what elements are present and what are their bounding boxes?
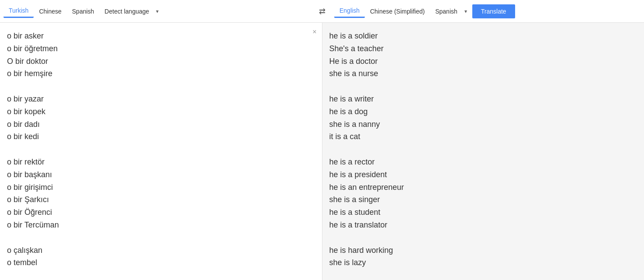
clear-button[interactable]: ×: [312, 28, 316, 36]
translated-text: he is a soldier She's a teacher He is a …: [329, 30, 637, 280]
toolbar-right: English Chinese (Simplified) Spanish ▾ T…: [334, 4, 641, 18]
swap-languages-button[interactable]: ⇄: [313, 3, 331, 20]
right-panel: he is a soldier She's a teacher He is a …: [322, 23, 644, 280]
source-text: o bir asker o bir öğretmen O bir doktor …: [7, 30, 315, 280]
source-lang-spanish[interactable]: Spanish: [67, 5, 100, 18]
detect-language-btn[interactable]: Detect language: [99, 5, 154, 18]
left-panel: × o bir asker o bir öğretmen O bir dokto…: [0, 23, 322, 280]
target-lang-chinese-simplified[interactable]: Chinese (Simplified): [365, 5, 430, 18]
main-content: × o bir asker o bir öğretmen O bir dokto…: [0, 23, 644, 280]
source-lang-dropdown[interactable]: ▾: [154, 6, 160, 17]
toolbar-left: Turkish Chinese Spanish Detect language …: [3, 4, 310, 18]
target-lang-english[interactable]: English: [334, 4, 365, 18]
toolbar: Turkish Chinese Spanish Detect language …: [0, 0, 644, 23]
target-lang-dropdown[interactable]: ▾: [463, 6, 469, 17]
source-lang-turkish[interactable]: Turkish: [3, 4, 34, 18]
translate-button[interactable]: Translate: [472, 4, 515, 18]
source-lang-chinese[interactable]: Chinese: [34, 5, 66, 18]
target-lang-spanish[interactable]: Spanish: [430, 5, 463, 18]
